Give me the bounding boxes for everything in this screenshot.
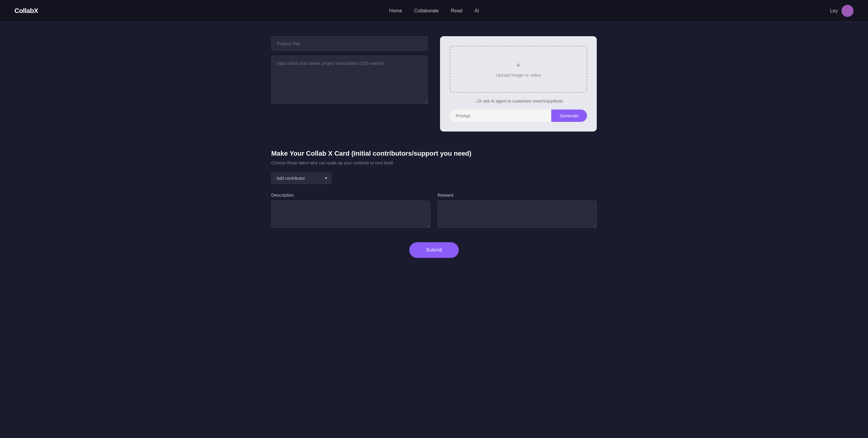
prompt-input[interactable]: [450, 110, 551, 122]
avatar[interactable]: [841, 5, 854, 17]
nav-collaborate[interactable]: Collaborate: [414, 8, 439, 13]
add-contributor-select[interactable]: Add contributor: [271, 173, 332, 184]
project-description-input[interactable]: [271, 56, 428, 104]
desc-reward-row: Description Reward: [271, 193, 597, 228]
section-subtitle: Choose those talent who can scale up you…: [271, 160, 597, 165]
generate-button[interactable]: Generate: [551, 110, 587, 122]
plus-icon: +: [516, 61, 521, 69]
nav-read[interactable]: Read: [451, 8, 462, 13]
submit-row: Submit: [271, 242, 597, 270]
user-name: Ley: [830, 8, 838, 13]
submit-button[interactable]: Submit: [409, 242, 459, 258]
nav-home[interactable]: Home: [389, 8, 402, 13]
description-label: Description: [271, 193, 430, 198]
section-title: Make Your Collab X Card (Initial contrib…: [271, 150, 597, 157]
main-nav: Home Collaborate Read AI: [389, 8, 479, 13]
description-group: Description: [271, 193, 430, 228]
upload-card: + Upload image or video ...Or ask AI age…: [440, 36, 597, 132]
contributor-select-wrapper: Add contributor ▼: [271, 173, 332, 184]
left-column: [271, 36, 428, 104]
prompt-row: Generate: [450, 110, 587, 122]
project-title-input[interactable]: [271, 36, 428, 51]
description-textarea[interactable]: [271, 201, 430, 228]
reward-textarea[interactable]: [438, 201, 597, 228]
nav-ai[interactable]: AI: [474, 8, 479, 13]
user-area: Ley: [830, 5, 854, 17]
reward-group: Reward: [438, 193, 597, 228]
upload-label: Upload image or video: [496, 72, 541, 78]
reward-label: Reward: [438, 193, 597, 198]
top-section: + Upload image or video ...Or ask AI age…: [271, 36, 597, 132]
bottom-section: Make Your Collab X Card (Initial contrib…: [271, 150, 597, 270]
upload-zone[interactable]: + Upload image or video: [450, 46, 587, 93]
brand-logo[interactable]: CollabX: [14, 7, 38, 15]
ai-hint-text: ...Or ask AI agent to customize cover/co…: [450, 99, 587, 104]
